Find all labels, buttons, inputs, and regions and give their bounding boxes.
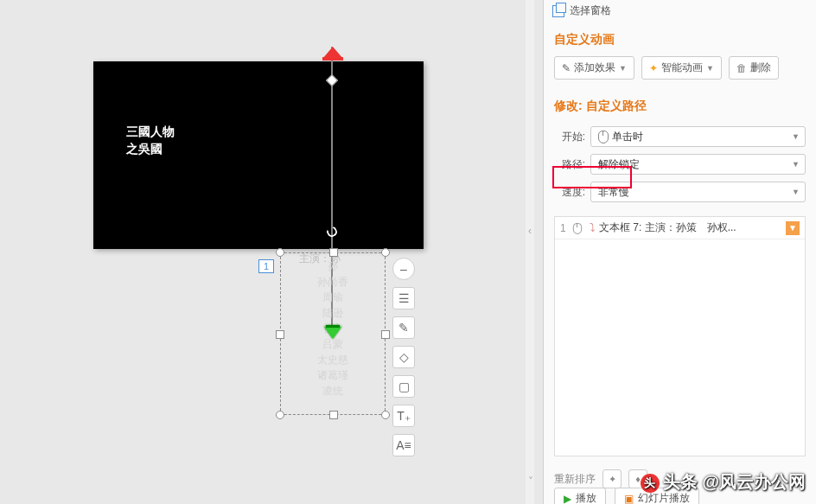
resize-handle-se[interactable] [381,411,390,419]
selection-pane-link[interactable]: 选择窗格 [544,0,816,25]
caret-down-icon: ▼ [792,132,800,141]
canvas-scrollbar[interactable] [526,0,534,504]
watermark-logo-icon: 头 [641,474,660,493]
text-add-button[interactable]: T₊ [392,405,415,427]
star-icon: ✦ [649,62,658,74]
slide-title-text: 三國人物 之吳國 [126,124,175,157]
start-row: 开始: 单击时 ▼ [544,123,816,150]
trash-icon: 🗑 [736,62,747,74]
text-format-button[interactable]: A≡ [392,434,415,456]
smart-animation-label: 智能动画 [661,61,703,75]
shape-rotate-button[interactable]: ◇ [392,346,415,368]
resize-handle-w[interactable] [276,330,284,339]
play-icon: ▶ [564,493,571,505]
slide[interactable]: 三國人物 之吳國 [93,61,424,249]
caret-down-icon: ▼ [792,188,800,196]
caret-down-icon: ▼ [792,160,800,169]
play-label: 播放 [576,491,596,504]
item-number: 1 [560,222,569,234]
speed-field-highlight [552,166,632,188]
pane-resize-handle[interactable] [535,0,544,504]
item-text: 文本框 7: 主演：孙策 孙权... [599,220,782,235]
play-button[interactable]: ▶ 播放 [554,488,606,504]
pencil-icon: ✎ [562,62,571,74]
animation-item[interactable]: 1 ⤵ 文本框 7: 主演：孙策 孙权... ▼ [555,217,805,239]
title-line-2: 之吳國 [126,141,175,158]
animation-list[interactable]: 1 ⤵ 文本框 7: 主演：孙策 孙权... ▼ [554,216,806,456]
delete-button[interactable]: 🗑 删除 [729,56,779,80]
caret-down-icon: ▼ [619,64,627,73]
smart-animation-button[interactable]: ✦ 智能动画 ▼ [641,56,722,80]
reorder-label: 重新排序 [554,472,596,487]
mouse-click-icon [573,223,582,233]
slideshow-icon: ▣ [624,493,634,505]
resize-handle-e[interactable] [381,330,390,339]
animation-buttons-row: ✎ 添加效果 ▼ ✦ 智能动画 ▼ 🗑 删除 [544,56,816,92]
scroll-chevron-left-icon[interactable]: ‹ [528,225,532,237]
resize-handle-sw[interactable] [276,411,284,419]
animation-pane: 选择窗格 自定义动画 ✎ 添加效果 ▼ ✦ 智能动画 ▼ 🗑 删除 修改: 自定… [543,0,816,504]
resize-handle-s[interactable] [329,411,338,419]
start-label: 开始: [554,130,585,144]
caret-down-icon: ▼ [706,64,714,73]
floating-object-toolbar: – ☰ ✎ ◇ ▢ T₊ A≡ [392,258,415,463]
item-dropdown-button[interactable]: ▼ [786,221,800,235]
custom-animation-heading: 自定义动画 [544,25,816,56]
modify-heading: 修改: 自定义路径 [544,92,816,123]
delete-label: 删除 [750,61,771,75]
watermark-text: 头条 @风云办公网 [663,472,806,491]
edit-pencil-button[interactable]: ✎ [392,316,415,339]
resize-handle-ne[interactable] [381,248,390,257]
watermark: 头头条 @风云办公网 [641,470,806,494]
motion-path-start-arrow-icon[interactable] [324,327,341,349]
slide-canvas[interactable]: 三國人物 之吳國 1 主演：孙 孙 孙尚香 周瑜 陆逊 甘宁 吕蒙 太史慈 诸葛… [0,0,534,504]
scroll-chevron-down-icon[interactable]: ˬ [528,467,533,479]
shape-outline-button[interactable]: ▢ [392,375,415,398]
animation-sequence-badge[interactable]: 1 [258,259,274,273]
move-up-button[interactable]: ✦ [602,469,622,488]
motion-path-icon: ⤵ [590,221,596,234]
layers-button[interactable]: ☰ [392,287,415,309]
resize-handle-nw[interactable] [276,248,284,257]
resize-handle-n[interactable] [329,248,338,257]
title-line-1: 三國人物 [126,124,175,141]
selection-pane-label: 选择窗格 [570,3,611,18]
add-effect-button[interactable]: ✎ 添加效果 ▼ [554,56,634,80]
motion-path-end-arrow-icon[interactable] [322,47,343,59]
mouse-click-icon [598,131,609,143]
start-select[interactable]: 单击时 ▼ [590,126,806,147]
add-effect-label: 添加效果 [574,61,615,75]
start-value: 单击时 [612,130,643,144]
collapse-toolbar-button[interactable]: – [392,258,415,280]
selection-pane-icon [552,5,564,17]
